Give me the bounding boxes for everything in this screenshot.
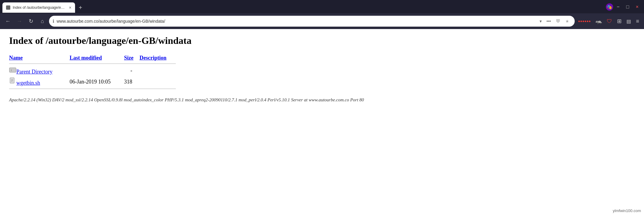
privacy-extension-icon[interactable]: 🎭 <box>606 3 613 11</box>
col-header-modified: Last modified <box>70 54 124 62</box>
window-controls: 🎭 − □ × <box>606 3 642 11</box>
extension-red-dots[interactable] <box>577 19 592 23</box>
folder-up-icon: ↑ <box>9 66 16 74</box>
active-tab[interactable]: Index of /autourbe/language/en-G × <box>2 2 75 13</box>
address-bar[interactable]: ℹ www.autourbe.com.co/autourbe/language/… <box>49 16 575 27</box>
file-date-cell <box>70 65 124 76</box>
browser-chrome: Index of /autourbe/language/en-G × + 🎭 −… <box>0 0 644 29</box>
col-name-link[interactable]: Name <box>9 55 23 61</box>
table-row: wgetbin.sh06-Jan-2019 10:05318 <box>9 76 176 87</box>
address-dropdown-button[interactable]: ▾ <box>538 18 544 24</box>
library-button[interactable]: ⊞ <box>615 17 623 26</box>
maximize-button[interactable]: □ <box>623 3 632 11</box>
file-link[interactable]: wgetbin.sh <box>16 80 40 86</box>
tab-bar: Index of /autourbe/language/en-G × + 🎭 −… <box>0 0 644 13</box>
page-content: Index of /autourbe/language/en-GB/windat… <box>0 29 644 109</box>
reload-button[interactable]: ↻ <box>26 16 36 26</box>
table-header-separator <box>9 62 176 65</box>
file-name-cell: wgetbin.sh <box>9 76 70 87</box>
toolbar-right-icons: 🦡 🛡 ⊞ ▤ ≡ <box>577 17 641 26</box>
col-modified-link[interactable]: Last modified <box>70 55 102 61</box>
bookmark-button[interactable]: ★ <box>564 18 571 24</box>
file-icon <box>9 77 16 85</box>
tab-close-button[interactable]: × <box>69 5 71 10</box>
tab-title: Index of /autourbe/language/en-G <box>13 5 67 10</box>
table-header-row: Name Last modified Size Description <box>9 54 176 62</box>
home-button[interactable]: ⌂ <box>38 16 47 26</box>
file-table: Name Last modified Size Description <box>9 54 176 90</box>
svg-text:↑: ↑ <box>11 69 12 72</box>
new-tab-button[interactable]: + <box>76 3 85 12</box>
file-desc-cell <box>140 76 176 87</box>
close-button[interactable]: × <box>633 3 642 11</box>
col-size-link[interactable]: Size <box>124 55 133 61</box>
pocket-button[interactable] <box>554 18 562 25</box>
file-desc-cell <box>140 65 176 76</box>
forward-button[interactable]: → <box>15 16 24 26</box>
extension-animal-icon[interactable]: 🦡 <box>593 17 604 26</box>
file-link[interactable]: Parent Directory <box>16 69 52 75</box>
col-header-size: Size <box>124 54 140 62</box>
minimize-button[interactable]: − <box>614 3 623 11</box>
menu-button[interactable]: ≡ <box>634 17 641 26</box>
col-header-name: Name <box>9 54 70 62</box>
back-button[interactable]: ← <box>3 16 13 26</box>
sidebar-button[interactable]: ▤ <box>625 17 633 25</box>
shield-extension-button[interactable]: 🛡 <box>605 17 614 26</box>
file-name-cell: ↑ Parent Directory <box>9 65 70 76</box>
address-url: www.autourbe.com.co/autourbe/language/en… <box>57 19 535 24</box>
table-footer-separator <box>9 87 176 90</box>
file-size-cell: 318 <box>124 76 140 87</box>
table-row: ↑ Parent Directory- <box>9 65 176 76</box>
file-date-cell: 06-Jan-2019 10:05 <box>70 76 124 87</box>
toolbar: ← → ↻ ⌂ ℹ www.autourbe.com.co/autourbe/l… <box>0 13 644 29</box>
server-footer: Apache/2.2.14 (Win32) DAV/2 mod_ssl/2.2.… <box>9 97 372 103</box>
file-size-cell: - <box>124 65 140 76</box>
page-title: Index of /autourbe/language/en-GB/windat… <box>9 35 635 46</box>
address-actions: ▾ ••• ★ <box>538 18 571 25</box>
col-desc-link[interactable]: Description <box>140 55 166 61</box>
address-more-button[interactable]: ••• <box>545 18 553 24</box>
file-list: ↑ Parent Directory- wgetbin.sh06-Jan-201… <box>9 65 176 87</box>
tab-favicon <box>6 5 10 10</box>
col-header-description: Description <box>140 54 176 62</box>
address-info-icon: ℹ <box>53 19 54 24</box>
